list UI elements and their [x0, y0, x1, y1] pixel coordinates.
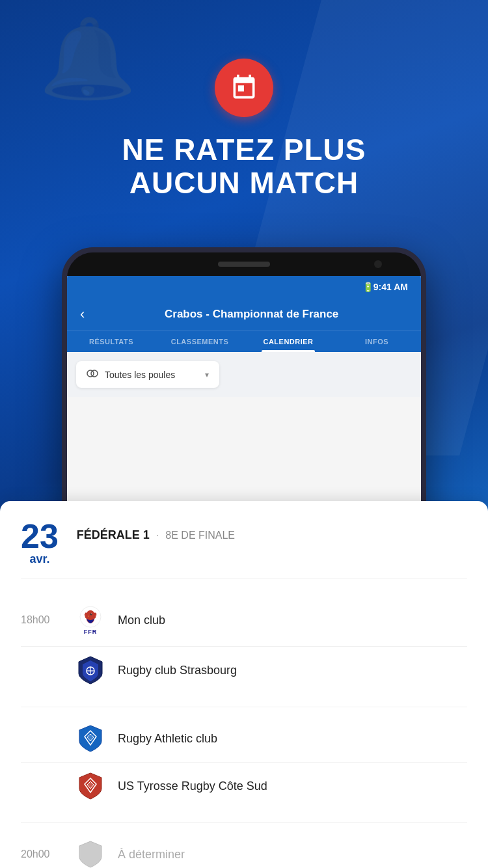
filter-label: Toutes les poules: [105, 370, 198, 380]
match-day: 23 avr.: [21, 519, 59, 565]
ffr-text: FFR: [84, 629, 98, 635]
athletic-logo: [76, 724, 105, 753]
tyrosse-shield-icon: [78, 772, 103, 800]
phone-content: Toutes les poules ▾: [67, 352, 421, 397]
match-group-3: 20h00 À déterminer À déterminer: [21, 834, 467, 868]
battery-icon: 🔋: [362, 282, 373, 292]
status-time: 9:41 AM: [373, 282, 408, 292]
hero-title-line1: NE RATEZ PLUS: [0, 133, 488, 167]
hero-title-line2: AUCUN MATCH: [0, 167, 488, 200]
filter-icon: [87, 368, 98, 381]
tab-resultats[interactable]: RÉSULTATS: [67, 331, 156, 352]
tbd-shield-1-icon: [78, 840, 103, 868]
phone-speaker: [218, 262, 270, 267]
team-tbd-1: À déterminer: [118, 848, 185, 861]
ffr-rooster-icon: [79, 605, 102, 629]
match-divider-2: [21, 707, 467, 707]
strasbourg-shield-icon: [77, 655, 103, 685]
competition-name: FÉDÉRALE 1: [77, 528, 150, 542]
match-row-strasbourg: Rugby club Strasbourg: [21, 649, 467, 691]
calendar-icon-circle: [215, 59, 273, 117]
tbd-logo-1: [76, 840, 105, 868]
match-group-1: 18h00 FFR Mon: [21, 597, 467, 691]
poules-icon: [87, 368, 98, 379]
match-row-tyrosse: US Tyrosse Rugby Côte Sud: [21, 765, 467, 807]
competition-stage: 8E DE FINALE: [165, 530, 235, 541]
match-time-2000: 20h00: [21, 848, 63, 860]
match-date-header: 23 avr. FÉDÉRALE 1 · 8E DE FINALE: [21, 519, 467, 578]
match-divider-1: [21, 646, 467, 647]
filter-chevron-icon: ▾: [205, 370, 209, 379]
tyrosse-logo: [76, 772, 105, 800]
match-time-1800: 18h00: [21, 614, 63, 626]
phone-header-title: Crabos - Championnat de France: [95, 308, 408, 321]
svg-point-1: [91, 370, 98, 377]
day-number: 23: [21, 519, 59, 553]
status-bar: 🔋 9:41 AM: [67, 276, 421, 298]
team-tyrosse: US Tyrosse Rugby Côte Sud: [118, 780, 267, 793]
calendar-icon: [230, 74, 258, 102]
tab-infos[interactable]: INFOS: [332, 331, 421, 352]
ffr-logo: FFR: [76, 603, 105, 637]
filter-dropdown[interactable]: Toutes les poules ▾: [76, 361, 219, 388]
phone-camera: [374, 260, 382, 268]
match-card: 23 avr. FÉDÉRALE 1 · 8E DE FINALE 18h00: [0, 501, 488, 868]
team-strasbourg: Rugby club Strasbourg: [118, 664, 237, 677]
svg-point-3: [90, 614, 92, 616]
phone-header: ‹ Crabos - Championnat de France: [67, 298, 421, 331]
tab-classements[interactable]: CLASSEMENTS: [156, 331, 244, 352]
tab-calendrier[interactable]: CALENDRIER: [244, 331, 332, 352]
strasbourg-logo: [76, 656, 105, 685]
team-mon-club: Mon club: [118, 614, 165, 627]
match-row-tbd-1: 20h00 À déterminer: [21, 834, 467, 868]
team-athletic: Rugby Athletic club: [118, 732, 217, 746]
match-competition: FÉDÉRALE 1 · 8E DE FINALE: [77, 519, 235, 542]
separator: ·: [156, 530, 159, 541]
match-group-2: Rugby Athletic club US Tyrosse Rugby Côt…: [21, 718, 467, 807]
match-divider-3: [21, 762, 467, 763]
match-row-athletic: Rugby Athletic club: [21, 718, 467, 759]
back-button[interactable]: ‹: [80, 306, 85, 323]
hero-title: NE RATEZ PLUS AUCUN MATCH: [0, 133, 488, 199]
svg-point-4: [91, 614, 92, 614]
phone-notch: [67, 252, 421, 276]
bell-watermark: 🔔: [39, 13, 137, 105]
phone-tabs: RÉSULTATS CLASSEMENTS CALENDRIER INFOS: [67, 331, 421, 352]
match-row-mon-club: 18h00 FFR Mon: [21, 597, 467, 644]
match-divider-4: [21, 822, 467, 823]
athletic-shield-icon: [78, 724, 103, 753]
